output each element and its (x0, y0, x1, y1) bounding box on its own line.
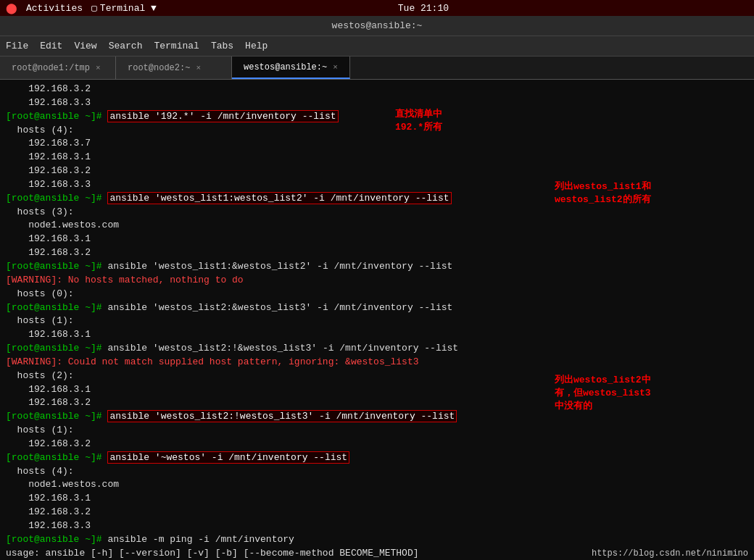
terminal-line: [root@ansible ~]# ansible '192.*' -i /mn… (6, 110, 748, 124)
terminal-line: [root@ansible ~]# ansible 'westos_list2:… (6, 410, 748, 424)
terminal-icon: ▢ (91, 2, 97, 14)
command-highlighted: ansible '192.*' -i /mnt/inventory --list (107, 110, 338, 122)
prompt: [root@ansible ~]# (6, 452, 107, 463)
terminal-line: [root@ansible ~]# ansible '~westos' -i /… (6, 451, 748, 465)
terminal-line: [WARNING]: No hosts matched, nothing to … (6, 274, 748, 288)
prompt: [root@ansible ~]# (6, 261, 107, 272)
annotation-1: 列出westos_list1和 westos_list2的所有 (555, 180, 651, 206)
command: ansible 'westos_list2:!&westos_list3' -i… (107, 343, 458, 354)
terminal-menu-button[interactable]: ▢ Terminal ▼ (91, 2, 157, 14)
terminal-line: hosts (1): (6, 424, 748, 438)
terminal-line: 192.168.3.3 (6, 96, 748, 110)
terminal-line: hosts (1): (6, 314, 748, 328)
prompt: [root@ansible ~]# (6, 302, 107, 313)
terminal-line: 192.168.3.1 (6, 492, 748, 506)
prompt: [root@ansible ~]# (6, 411, 107, 422)
tab-close-button[interactable]: × (96, 64, 101, 72)
terminal-line: 192.168.3.1 (6, 328, 748, 342)
tab-label: root@node2:~ (128, 63, 190, 73)
terminal-line: [root@ansible ~]# ansible 'westos_list2:… (6, 342, 748, 356)
csdn-link[interactable]: https://blog.csdn.net/ninimino (592, 548, 748, 559)
terminal-line: hosts (4): (6, 124, 748, 138)
terminal-line: 192.168.3.2 (6, 164, 748, 178)
bottom-bar: https://blog.csdn.net/ninimino (586, 547, 754, 560)
prompt: [root@ansible ~]# (6, 534, 107, 545)
command-highlighted: ansible 'westos_list1:westos_list2' -i /… (107, 192, 451, 204)
annotation-2: 列出westos_list2中 有，但westos_list3 中没有的 (555, 373, 651, 412)
terminal-line: hosts (4): (6, 465, 748, 479)
command-highlighted: ansible 'westos_list2:!westos_list3' -i … (107, 410, 457, 422)
terminal-line: hosts (0): (6, 288, 748, 301)
window-title-bar: westos@ansible:~ (0, 16, 754, 36)
terminal-line: [root@ansible ~]# ansible 'westos_list2:… (6, 301, 748, 315)
terminal-content[interactable]: 192.168.3.2 192.168.3.3[root@ansible ~]#… (0, 80, 754, 560)
terminal-menu-label[interactable]: Terminal ▼ (100, 3, 157, 14)
prompt: [root@ansible ~]# (6, 343, 107, 354)
command: ansible 'westos_list1:&westos_list2' -i … (107, 261, 452, 272)
menu-item-search[interactable]: Search (109, 41, 143, 51)
tab-close-button[interactable]: × (333, 63, 338, 72)
annotation-0: 直找清单中 192.*所有 (395, 107, 442, 133)
terminal-line: [root@ansible ~]# ansible 'westos_list1:… (6, 260, 748, 274)
tab-tab2[interactable]: root@node2:~× (116, 57, 232, 79)
system-bar-left: ⬤ Activities ▢ Terminal ▼ (6, 2, 157, 14)
terminal-line: 192.168.3.3 (6, 519, 748, 533)
menu-item-tabs[interactable]: Tabs (211, 41, 233, 51)
terminal-line: 192.168.3.7 (6, 137, 748, 151)
menu-item-view[interactable]: View (74, 41, 96, 51)
menu-item-help[interactable]: Help (245, 41, 268, 51)
terminal-line: node1.westos.com (6, 478, 748, 492)
command: ansible 'westos_list2:&westos_list3' -i … (107, 302, 452, 313)
terminal-line: 192.168.3.2 (6, 246, 748, 260)
system-bar: ⬤ Activities ▢ Terminal ▼ Tue 21:10 (0, 0, 754, 16)
tab-label: root@node1:/tmp (12, 63, 90, 73)
prompt: [root@ansible ~]# (6, 111, 107, 122)
terminal-line: 192.168.3.2 (6, 506, 748, 519)
prompt: [root@ansible ~]# (6, 193, 107, 204)
tab-close-button[interactable]: × (196, 64, 201, 72)
menu-item-terminal[interactable]: Terminal (154, 41, 199, 51)
window-title: westos@ansible:~ (332, 20, 423, 31)
tab-tab1[interactable]: root@node1:/tmp× (0, 57, 116, 79)
terminal-line: [root@ansible ~]# ansible -m ping -i /mn… (6, 533, 748, 547)
terminal-line: [WARNING]: Could not match supplied host… (6, 356, 748, 369)
activities-label[interactable]: Activities (26, 3, 83, 14)
terminal-line: node1.westos.com (6, 219, 748, 233)
tab-label: westos@ansible:~ (244, 62, 327, 72)
command: ansible -m ping -i /mnt/inventory (107, 534, 294, 545)
terminal-line: 192.168.3.1 (6, 233, 748, 246)
terminal-line: hosts (3): (6, 206, 748, 220)
tab-bar: root@node1:/tmp×root@node2:~×westos@ansi… (0, 57, 754, 80)
menu-bar: FileEditViewSearchTerminalTabsHelp (0, 36, 754, 57)
menu-item-edit[interactable]: Edit (40, 41, 62, 51)
tab-tab3[interactable]: westos@ansible:~× (232, 57, 350, 79)
menu-item-file[interactable]: File (6, 41, 28, 51)
terminal-line: 192.168.3.1 (6, 151, 748, 164)
redhat-icon: ⬤ (6, 2, 17, 14)
terminal-line: 192.168.3.2 (6, 83, 748, 96)
terminal-line: 192.168.3.2 (6, 438, 748, 451)
command-highlighted: ansible '~westos' -i /mnt/inventory --li… (107, 451, 349, 464)
clock: Tue 21:10 (398, 3, 449, 14)
